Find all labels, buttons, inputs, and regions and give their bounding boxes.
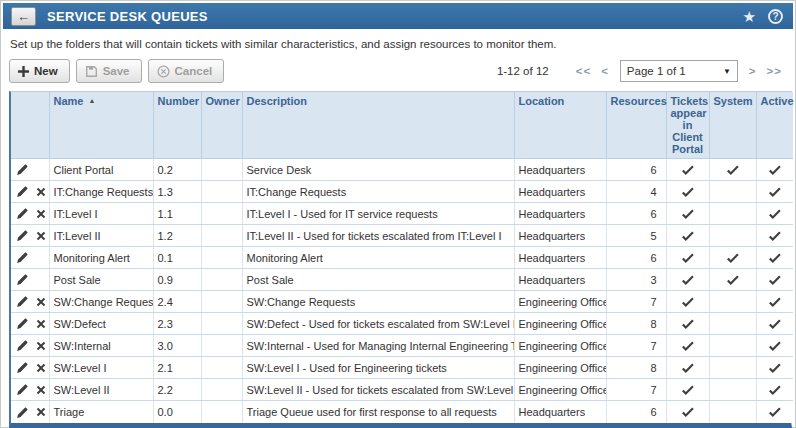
- cell-owner: [201, 335, 242, 357]
- back-button[interactable]: ←: [11, 7, 36, 26]
- cell-owner: [201, 225, 242, 247]
- edit-pencil-icon[interactable]: [16, 339, 29, 352]
- cell-system: [709, 357, 756, 379]
- cell-location: Headquarters: [514, 181, 606, 203]
- col-header-label: System: [714, 95, 753, 107]
- edit-pencil-icon[interactable]: [16, 317, 29, 330]
- edit-pencil-icon[interactable]: [16, 185, 29, 198]
- col-header-owner[interactable]: Owner: [201, 92, 242, 159]
- cell-name: Client Portal: [49, 159, 153, 181]
- cell-client_portal: [666, 401, 709, 423]
- delete-x-icon[interactable]: [36, 231, 46, 241]
- cell-owner: [201, 247, 242, 269]
- col-header-description[interactable]: Description: [242, 92, 514, 159]
- delete-x-icon[interactable]: [36, 209, 46, 219]
- delete-x-icon[interactable]: [36, 297, 46, 307]
- cell-description: Post Sale: [242, 269, 514, 291]
- cell-location: Headquarters: [514, 401, 606, 423]
- check-icon: [681, 209, 694, 220]
- edit-pencil-icon[interactable]: [16, 229, 29, 242]
- col-header-resources[interactable]: Resources: [606, 92, 666, 159]
- cell-description: Service Desk: [242, 159, 514, 181]
- help-icon[interactable]: ?: [768, 9, 783, 24]
- edit-pencil-icon[interactable]: [16, 163, 29, 176]
- cell-number: 2.2: [153, 379, 201, 401]
- delete-x-icon[interactable]: [36, 341, 46, 351]
- check-icon: [768, 253, 781, 264]
- cell-number: 2.1: [153, 357, 201, 379]
- cell-active: [756, 181, 793, 203]
- cell-name: IT:Change Requests: [49, 181, 153, 203]
- new-button[interactable]: New: [9, 59, 70, 83]
- cell-system: [709, 269, 756, 291]
- cell-number: 0.2: [153, 159, 201, 181]
- col-header-number[interactable]: Number: [153, 92, 201, 159]
- next-page-button[interactable]: >: [749, 65, 757, 77]
- col-header-actions: [11, 92, 49, 159]
- check-icon: [681, 341, 694, 352]
- delete-x-icon[interactable]: [36, 407, 46, 417]
- check-icon: [681, 385, 694, 396]
- cell-description: IT:Change Requests: [242, 181, 514, 203]
- edit-pencil-icon[interactable]: [16, 383, 29, 396]
- col-header-label: Tickets appear in Client Portal: [671, 95, 709, 155]
- cell-actions: [11, 401, 49, 423]
- cell-active: [756, 379, 793, 401]
- cell-location: Headquarters: [514, 247, 606, 269]
- col-header-client_portal[interactable]: Tickets appear in Client Portal: [666, 92, 709, 159]
- prev-page-button[interactable]: <: [601, 65, 609, 77]
- cell-client_portal: [666, 247, 709, 269]
- cell-resources: 6: [606, 401, 666, 423]
- edit-pencil-icon[interactable]: [16, 251, 29, 264]
- check-icon: [768, 363, 781, 374]
- cell-number: 1.2: [153, 225, 201, 247]
- cell-number: 0.1: [153, 247, 201, 269]
- queues-table-wrap: Name▲NumberOwnerDescriptionLocationResou…: [9, 91, 792, 428]
- table-row: SW:Level I2.1SW:Level I - Used for Engin…: [11, 357, 793, 379]
- cell-active: [756, 203, 793, 225]
- last-page-button[interactable]: >>: [767, 65, 782, 77]
- edit-pencil-icon[interactable]: [16, 207, 29, 220]
- delete-x-icon[interactable]: [36, 385, 46, 395]
- col-header-name[interactable]: Name▲: [49, 92, 153, 159]
- delete-x-icon[interactable]: [36, 319, 46, 329]
- page-select[interactable]: Page 1 of 1 ▼: [620, 60, 738, 82]
- cell-description: SW:Defect - Used for tickets escalated f…: [242, 313, 514, 335]
- floppy-disk-icon: [85, 65, 98, 78]
- edit-pencil-icon[interactable]: [16, 273, 29, 286]
- edit-pencil-icon[interactable]: [16, 361, 29, 374]
- check-icon: [681, 231, 694, 242]
- edit-pencil-icon[interactable]: [16, 406, 29, 419]
- edit-pencil-icon[interactable]: [16, 295, 29, 308]
- cell-description: Triage Queue used for first response to …: [242, 401, 514, 423]
- cell-actions: [11, 247, 49, 269]
- arrow-left-icon: ←: [17, 10, 30, 23]
- table-row: SW:Internal3.0SW:Internal - Used for Man…: [11, 335, 793, 357]
- col-header-location[interactable]: Location: [514, 92, 606, 159]
- cell-description: Monitoring Alert: [242, 247, 514, 269]
- cell-owner: [201, 269, 242, 291]
- save-button[interactable]: Save: [76, 59, 142, 83]
- cell-actions: [11, 379, 49, 401]
- page-title: SERVICE DESK QUEUES: [47, 9, 208, 24]
- favorite-star-icon[interactable]: ★: [743, 9, 756, 24]
- cell-system: [709, 203, 756, 225]
- cell-actions: [11, 203, 49, 225]
- check-icon: [681, 253, 694, 264]
- triangle-down-icon: ▼: [723, 67, 731, 76]
- cell-name: IT:Level I: [49, 203, 153, 225]
- cancel-button[interactable]: Cancel: [148, 59, 225, 83]
- cell-system: [709, 335, 756, 357]
- check-icon: [768, 165, 781, 176]
- service-desk-queues-page: ← SERVICE DESK QUEUES ★ ? Set up the fol…: [0, 0, 796, 428]
- record-range-label: 1-12 of 12: [497, 65, 549, 77]
- first-page-button[interactable]: <<: [576, 65, 591, 77]
- delete-x-icon[interactable]: [36, 363, 46, 373]
- cell-client_portal: [666, 335, 709, 357]
- titlebar: ← SERVICE DESK QUEUES ★ ?: [3, 3, 793, 29]
- col-header-system[interactable]: System: [709, 92, 756, 159]
- cell-number: 1.3: [153, 181, 201, 203]
- col-header-active[interactable]: Active: [756, 92, 793, 159]
- delete-x-icon[interactable]: [36, 187, 46, 197]
- cell-client_portal: [666, 203, 709, 225]
